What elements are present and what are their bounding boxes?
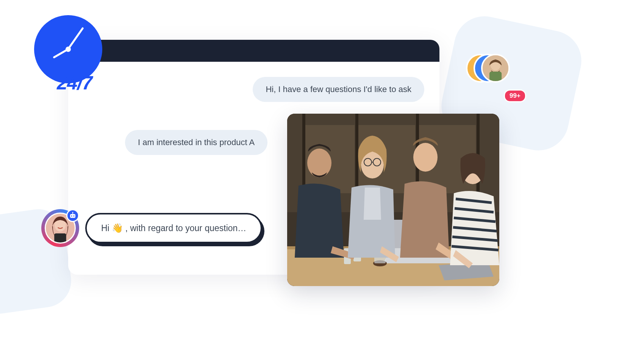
chat-bubble: Hi, I have a few questions I'd like to a…: [253, 77, 424, 102]
svg-point-7: [71, 215, 72, 216]
clock-label: 24/7: [57, 72, 92, 94]
reply-text-prefix: Hi: [101, 223, 109, 233]
chat-body: Hi, I have a few questions I'd like to a…: [68, 62, 439, 84]
svg-point-10: [72, 212, 73, 213]
wave-emoji-icon: 👋: [112, 223, 123, 233]
svg-rect-6: [70, 214, 75, 218]
reply-text-suffix: , with regard to your question…: [125, 223, 247, 233]
team-photo: [287, 114, 499, 286]
svg-rect-5: [54, 233, 66, 242]
agent-reply-bubble: Hi 👋 , with regard to your question…: [85, 213, 262, 243]
clock-badge: 24/7: [34, 15, 117, 99]
chat-bubble: I am interested in this product A: [125, 130, 267, 155]
bot-icon: [66, 209, 79, 222]
agent-avatar: [44, 211, 77, 245]
notification-badge: 99+: [504, 89, 526, 102]
chat-titlebar: [68, 40, 439, 62]
svg-rect-2: [489, 72, 502, 81]
agent-reply-row: Hi 👋 , with regard to your question…: [44, 211, 262, 245]
customer-avatar: [481, 54, 510, 83]
svg-point-26: [307, 149, 331, 177]
svg-point-31: [413, 143, 438, 172]
svg-point-8: [73, 215, 74, 216]
